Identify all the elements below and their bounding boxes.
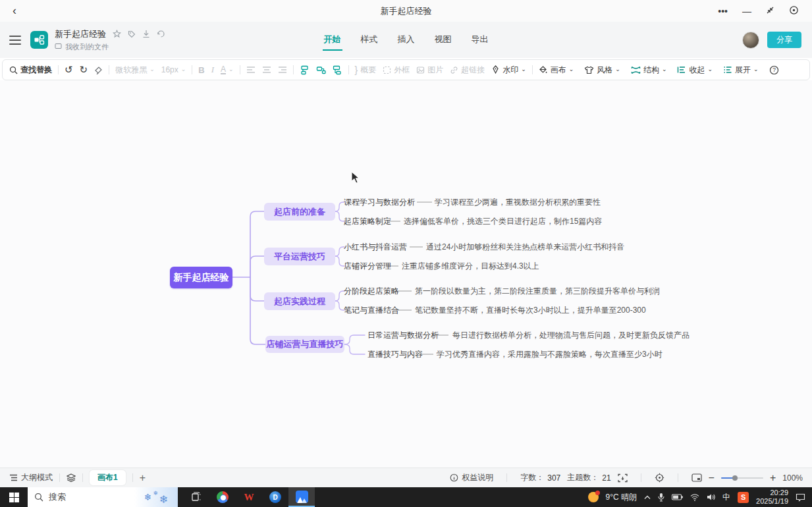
taskbar-search-input[interactable]: 搜索 ❄❄❄ [28, 487, 178, 507]
wps-icon[interactable]: W [236, 487, 262, 507]
tab-export[interactable]: 导出 [470, 30, 490, 51]
align-left-icon[interactable] [246, 66, 256, 74]
document-header: 新手起店经验 我收到的文件 [0, 22, 812, 58]
expand-button[interactable]: 展开⌄ [723, 65, 759, 76]
svg-text:?: ? [772, 67, 776, 73]
redo-button[interactable]: ↻ [80, 64, 88, 76]
branch-node-4[interactable]: 店铺运营与直播技巧 [265, 336, 344, 353]
minimap-button[interactable] [691, 473, 702, 482]
canvas-tab-1[interactable]: 画布1 [90, 470, 126, 485]
insert-parent-node-icon[interactable] [333, 65, 342, 75]
italic-button[interactable]: I [211, 65, 214, 75]
branch-node-1[interactable]: 起店前的准备 [264, 203, 335, 221]
ime-indicator[interactable]: 中 [722, 492, 730, 503]
detail-node[interactable]: 学习课程至少两遍，重视数据分析积累的重要性 [435, 197, 601, 208]
detail-node[interactable]: 注重店铺多维度评分，目标达到4.3以上 [402, 261, 539, 272]
help-button[interactable]: ? [769, 65, 779, 75]
insert-sibling-node-icon[interactable] [300, 65, 310, 75]
pin-target-button[interactable] [789, 5, 799, 16]
frame-button[interactable]: 外框 [383, 65, 410, 76]
zoom-slider[interactable] [721, 477, 763, 479]
search-icon [9, 66, 18, 74]
canvas-settings-button[interactable]: 画布⌄ [539, 65, 574, 76]
weather-text[interactable]: 9°C 晴朗 [606, 492, 637, 503]
back-button[interactable]: ‹ [0, 4, 29, 18]
weather-icon[interactable] [588, 492, 599, 502]
rights-info-button[interactable]: 权益说明 [450, 472, 493, 483]
bold-button[interactable]: B [198, 65, 204, 75]
subtopic-node[interactable]: 日常运营与数据分析 [367, 330, 439, 341]
tab-style[interactable]: 样式 [360, 30, 379, 51]
structure-button[interactable]: 结构⌄ [631, 65, 667, 76]
restore-button[interactable] [766, 6, 774, 16]
subtopic-node[interactable]: 店铺评分管理 [344, 261, 391, 272]
help-icon: ? [769, 65, 779, 75]
image-button[interactable]: 图片 [416, 65, 443, 76]
battery-icon[interactable] [672, 494, 683, 500]
clock-date: 2025/1/19 [756, 497, 788, 506]
brace-icon: } [355, 65, 358, 75]
insert-child-node-icon[interactable] [316, 65, 326, 75]
branch-node-2[interactable]: 平台运营技巧 [264, 248, 335, 265]
hyperlink-button[interactable]: 超链接 [450, 65, 485, 76]
font-family-select[interactable]: 微软雅黑⌄ [115, 65, 155, 76]
share-button[interactable]: 分享 [767, 32, 801, 48]
font-size-select[interactable]: 16px⌄ [161, 65, 186, 74]
layers-icon[interactable] [67, 473, 76, 482]
microphone-icon[interactable] [658, 493, 664, 502]
chrome-icon[interactable] [209, 487, 236, 507]
minimize-button[interactable]: — [742, 7, 751, 16]
hidden-icons-chevron[interactable] [644, 495, 651, 500]
wifi-icon[interactable] [690, 494, 699, 501]
outline-mode-button[interactable]: 大纲模式 [9, 472, 53, 483]
task-view-button[interactable] [183, 487, 209, 507]
speaker-icon[interactable] [707, 493, 715, 501]
format-painter-button[interactable] [94, 66, 103, 74]
detail-node[interactable]: 选择偏低客单价，挑选三个类目进行起店，制作15篇内容 [404, 216, 602, 227]
add-canvas-button[interactable]: + [140, 472, 146, 484]
frame-icon [383, 66, 391, 74]
undo-button[interactable]: ↺ [65, 64, 73, 76]
detail-node[interactable]: 第一阶段以数量为主，第二阶段注重质量，第三阶段提升客单价与利润 [415, 286, 660, 297]
detail-node[interactable]: 通过24小时加够粉丝和关注热点榜单来运营小红书和抖音 [426, 242, 624, 253]
locate-center-button[interactable] [655, 473, 664, 483]
notification-center-icon[interactable] [796, 493, 805, 502]
detail-node[interactable]: 每日进行数据榜单分析，处理物流与售后问题，及时更新负反馈产品 [452, 330, 690, 341]
tab-view[interactable]: 视图 [433, 30, 453, 51]
taskbar-clock[interactable]: 20:29 2025/1/19 [756, 489, 788, 506]
subtopic-node[interactable]: 分阶段起店策略 [344, 286, 399, 297]
zoom-in-button[interactable]: + [770, 472, 776, 484]
watermark-button[interactable]: 水印⌄ [491, 65, 526, 76]
avatar[interactable] [742, 32, 759, 49]
branch-node-3[interactable]: 起店实践过程 [264, 292, 335, 310]
browser-app-icon[interactable]: D [262, 487, 288, 507]
detail-node[interactable]: 学习优秀直播内容，采用露脸与不露脸策略，每次直播至少3小时 [437, 349, 663, 360]
mindmap-canvas[interactable]: 新手起店经验 起店前的准备 平台运营技巧 起店实践过程 店铺运营与直播技巧 课程… [0, 80, 812, 467]
fit-screen-button[interactable] [618, 473, 628, 483]
zoom-out-button[interactable]: − [709, 472, 715, 484]
subtopic-node[interactable]: 直播技巧与内容 [367, 349, 423, 360]
more-options-button[interactable]: ••• [718, 7, 728, 16]
find-replace-button[interactable]: 查找替换 [9, 65, 52, 76]
tab-insert[interactable]: 插入 [396, 30, 416, 51]
align-right-icon[interactable] [278, 66, 287, 74]
expand-icon [723, 66, 732, 74]
sogou-ime-icon[interactable]: S [738, 492, 749, 503]
summary-button[interactable]: }概要 [355, 65, 377, 76]
root-topic-node[interactable]: 新手起店经验 [170, 267, 232, 288]
subtopic-node[interactable]: 起店策略制定 [344, 216, 391, 227]
topic-count: 主题数：21 [567, 472, 610, 483]
align-center-icon[interactable] [262, 66, 271, 74]
windows-start-button[interactable] [0, 487, 28, 507]
tab-start[interactable]: 开始 [323, 30, 342, 51]
window-titlebar: ‹ 新手起店经验 ••• — [0, 0, 812, 22]
collapse-button[interactable]: 收起⌄ [677, 65, 713, 76]
word-count: 字数：307 [520, 472, 560, 483]
subtopic-node[interactable]: 小红书与抖音运营 [344, 242, 407, 253]
subtopic-node[interactable]: 课程学习与数据分析 [344, 197, 415, 208]
font-color-button[interactable]: A⌄ [221, 65, 234, 74]
mindmap-app-icon[interactable] [288, 487, 315, 507]
subtopic-node[interactable]: 笔记与直播结合 [344, 305, 399, 316]
style-button[interactable]: 风格⌄ [584, 65, 620, 76]
detail-node[interactable]: 笔记数量坚持不断，直播时长每次3小时以上，提升单量至200-300 [415, 305, 646, 316]
